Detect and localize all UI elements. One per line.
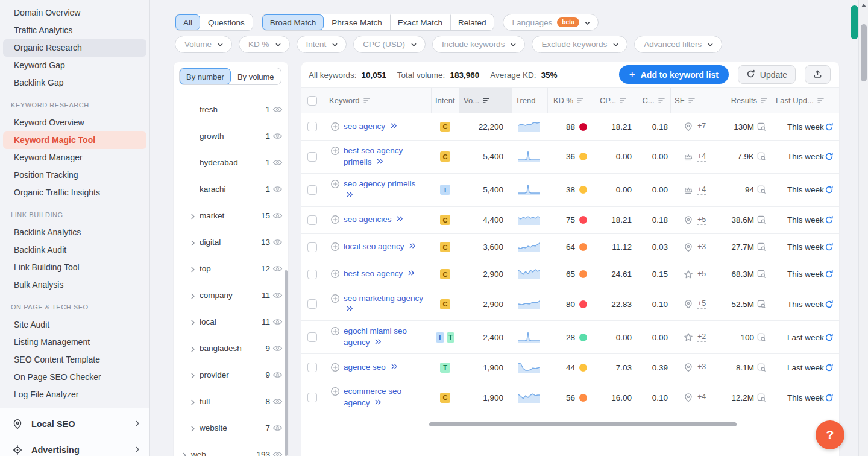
keyword-link[interactable]: seo agencies xyxy=(344,215,392,224)
sidebar-footer-item-local-seo[interactable]: Local SEO xyxy=(0,411,149,437)
expand-keyword-icon[interactable] xyxy=(391,362,398,373)
sidebar-item-on-page-seo-checker[interactable]: On Page SEO Checker xyxy=(3,369,146,386)
add-to-keyword-list-button[interactable]: + Add to keyword list xyxy=(619,65,729,84)
refresh-metrics-icon[interactable] xyxy=(825,333,834,342)
serp-preview-icon[interactable] xyxy=(757,363,766,372)
filter-kd-[interactable]: KD % xyxy=(239,36,290,53)
add-keyword-icon[interactable] xyxy=(330,269,340,279)
sidebar-item-position-tracking[interactable]: Position Tracking xyxy=(3,166,146,184)
serp-features-count[interactable]: +5 xyxy=(697,299,706,309)
serp-features-count[interactable]: +2 xyxy=(697,332,706,342)
row-checkbox[interactable] xyxy=(307,363,317,372)
sidebar-item-keyword-overview[interactable]: Keyword Overview xyxy=(3,114,146,131)
keyword-link[interactable]: seo marketing agency xyxy=(344,294,423,303)
filter-include-keywords[interactable]: Include keywords xyxy=(432,36,525,53)
refresh-metrics-icon[interactable] xyxy=(825,215,834,224)
group-row-company[interactable]: company11 xyxy=(174,282,288,308)
refresh-metrics-icon[interactable] xyxy=(825,122,834,131)
chevron-right-icon[interactable] xyxy=(189,265,197,272)
add-keyword-icon[interactable] xyxy=(330,294,340,303)
eye-icon[interactable] xyxy=(272,211,283,221)
sort-icon[interactable] xyxy=(363,97,371,104)
group-row-web[interactable]: web193 xyxy=(174,441,288,456)
row-checkbox[interactable] xyxy=(307,299,317,309)
filter-intent[interactable]: Intent xyxy=(297,36,347,53)
eye-icon[interactable] xyxy=(272,343,283,353)
serp-preview-icon[interactable] xyxy=(757,242,766,252)
sidebar-item-domain-overview[interactable]: Domain Overview xyxy=(3,4,146,22)
sidebar-item-bulk-analysis[interactable]: Bulk Analysis xyxy=(3,276,146,294)
serp-features-count[interactable]: +4 xyxy=(697,393,706,402)
refresh-metrics-icon[interactable] xyxy=(825,363,834,372)
sort-icon[interactable] xyxy=(817,97,825,104)
add-keyword-icon[interactable] xyxy=(330,179,340,189)
serp-preview-icon[interactable] xyxy=(757,333,766,342)
sort-icon[interactable] xyxy=(688,97,696,104)
sidebar-item-keyword-manager[interactable]: Keyword Manager xyxy=(3,149,146,166)
sort-icon[interactable] xyxy=(619,97,627,104)
expand-keyword-icon[interactable] xyxy=(375,397,382,409)
sort-icon[interactable] xyxy=(576,97,584,104)
group-row-full[interactable]: full8 xyxy=(174,388,288,414)
serp-features-count[interactable]: +3 xyxy=(697,363,706,372)
sort-icon[interactable] xyxy=(482,97,490,104)
filter-exclude-keywords[interactable]: Exclude keywords xyxy=(532,36,627,53)
serp-features-count[interactable]: +4 xyxy=(697,152,706,162)
eye-icon[interactable] xyxy=(272,396,283,407)
chevron-right-icon[interactable] xyxy=(189,212,197,219)
serp-features-count[interactable]: +4 xyxy=(697,185,706,195)
serp-preview-icon[interactable] xyxy=(757,215,766,224)
update-button[interactable]: Update xyxy=(738,65,796,84)
refresh-metrics-icon[interactable] xyxy=(825,185,834,194)
scroll-up-arrow-icon[interactable] xyxy=(861,4,866,7)
page-scrollbar-thumb[interactable] xyxy=(861,24,867,81)
refresh-metrics-icon[interactable] xyxy=(825,242,834,252)
select-all-checkbox[interactable] xyxy=(307,96,317,106)
serp-features-count[interactable]: +7 xyxy=(697,122,706,131)
expand-keyword-icon[interactable] xyxy=(347,304,353,315)
sidebar-item-backlink-gap[interactable]: Backlink Gap xyxy=(3,74,146,92)
group-row-market[interactable]: market15 xyxy=(174,202,288,229)
group-row-top[interactable]: top12 xyxy=(174,255,288,282)
eye-icon[interactable] xyxy=(272,264,283,274)
keyword-link[interactable]: agence seo xyxy=(344,363,386,372)
sidebar-item-link-building-tool[interactable]: Link Building Tool xyxy=(3,259,146,276)
refresh-metrics-icon[interactable] xyxy=(825,300,834,309)
export-button[interactable] xyxy=(805,65,831,84)
tab-questions[interactable]: Questions xyxy=(200,14,253,30)
group-row-fresh[interactable]: fresh1 xyxy=(174,96,288,122)
group-row-karachi[interactable]: karachi1 xyxy=(174,176,288,202)
chevron-right-icon[interactable] xyxy=(189,344,197,352)
chevron-right-icon[interactable] xyxy=(189,371,197,378)
eye-icon[interactable] xyxy=(272,290,283,300)
eye-icon[interactable] xyxy=(272,370,283,380)
filter-cpc-usd-[interactable]: CPC (USD) xyxy=(353,36,426,53)
add-keyword-icon[interactable] xyxy=(330,215,340,224)
help-button[interactable]: ? xyxy=(816,420,844,449)
filter-advanced-filters[interactable]: Advanced filters xyxy=(634,36,722,53)
sort-icon[interactable] xyxy=(658,97,665,104)
sidebar-item-keyword-magic-tool[interactable]: Keyword Magic Tool xyxy=(3,131,146,149)
eye-icon[interactable] xyxy=(272,131,283,141)
groups-toggle-by-volume[interactable]: By volume xyxy=(231,68,281,84)
expand-keyword-icon[interactable] xyxy=(377,157,383,168)
refresh-metrics-icon[interactable] xyxy=(825,393,834,402)
sidebar-item-organic-research[interactable]: Organic Research xyxy=(3,39,146,57)
filter-volume[interactable]: Volume xyxy=(175,36,232,53)
keyword-link[interactable]: ecommerce seo agency xyxy=(344,387,401,407)
sort-icon[interactable] xyxy=(760,97,768,104)
sidebar-item-backlink-analytics[interactable]: Backlink Analytics xyxy=(3,224,146,241)
row-checkbox[interactable] xyxy=(307,393,317,402)
add-keyword-icon[interactable] xyxy=(330,326,340,336)
chevron-right-icon[interactable] xyxy=(189,318,197,325)
tab-related[interactable]: Related xyxy=(450,14,494,30)
eye-icon[interactable] xyxy=(272,317,283,327)
refresh-metrics-icon[interactable] xyxy=(825,270,834,279)
expand-keyword-icon[interactable] xyxy=(409,241,416,253)
groups-scrollbar[interactable] xyxy=(285,270,288,456)
eye-icon[interactable] xyxy=(272,423,283,433)
expand-keyword-icon[interactable] xyxy=(408,268,415,280)
serp-preview-icon[interactable] xyxy=(757,300,766,309)
chevron-right-icon[interactable] xyxy=(181,451,188,456)
serp-preview-icon[interactable] xyxy=(757,393,766,402)
